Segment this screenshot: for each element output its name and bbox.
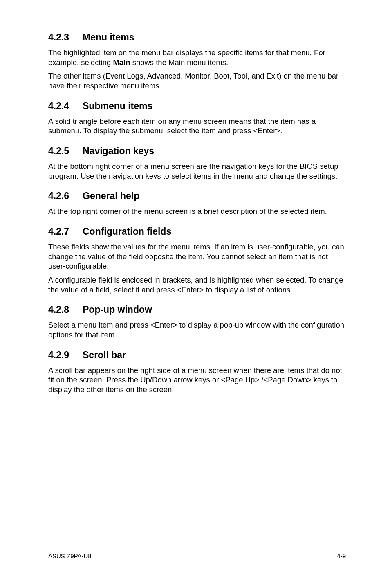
section-title: Navigation keys <box>83 146 154 156</box>
page-content: 4.2.3Menu items The highlighted item on … <box>0 0 390 395</box>
section-number: 4.2.6 <box>48 191 83 202</box>
paragraph: The highlighted item on the menu bar dis… <box>48 48 346 67</box>
section-title: Submenu items <box>83 101 152 111</box>
section-title: Pop-up window <box>83 304 152 315</box>
heading-scroll-bar: 4.2.9Scroll bar <box>48 350 346 361</box>
section-number: 4.2.9 <box>48 350 83 361</box>
heading-navigation-keys: 4.2.5Navigation keys <box>48 146 346 157</box>
paragraph: A scroll bar appears on the right side o… <box>48 366 346 395</box>
section-number: 4.2.3 <box>48 32 83 43</box>
section-title: Configuration fields <box>83 226 171 237</box>
bold-text: Main <box>113 58 130 67</box>
heading-general-help: 4.2.6General help <box>48 191 346 202</box>
page-footer: ASUS Z9PA-U8 4-9 <box>0 549 390 559</box>
section-title: General help <box>83 191 139 201</box>
footer-row: ASUS Z9PA-U8 4-9 <box>48 552 346 559</box>
heading-popup-window: 4.2.8Pop-up window <box>48 304 346 315</box>
paragraph: The other items (Event Logs, Advanced, M… <box>48 71 346 90</box>
paragraph: At the bottom right corner of a menu scr… <box>48 162 346 181</box>
footer-divider <box>48 549 346 549</box>
heading-menu-items: 4.2.3Menu items <box>48 32 346 43</box>
text: shows the Main menu items. <box>130 58 229 67</box>
section-number: 4.2.7 <box>48 226 83 237</box>
section-title: Menu items <box>83 32 134 43</box>
paragraph: At the top right corner of the menu scre… <box>48 206 346 216</box>
paragraph: A configurable field is enclosed in brac… <box>48 275 346 294</box>
footer-page-number: 4-9 <box>337 552 346 559</box>
paragraph: These fields show the values for the men… <box>48 242 346 271</box>
heading-submenu-items: 4.2.4Submenu items <box>48 101 346 112</box>
section-title: Scroll bar <box>83 350 126 360</box>
paragraph: A solid triangle before each item on any… <box>48 117 346 136</box>
section-number: 4.2.8 <box>48 304 83 315</box>
paragraph: Select a menu item and press <Enter> to … <box>48 320 346 339</box>
heading-configuration-fields: 4.2.7Configuration fields <box>48 226 346 237</box>
footer-left: ASUS Z9PA-U8 <box>48 552 92 559</box>
section-number: 4.2.4 <box>48 101 83 112</box>
section-number: 4.2.5 <box>48 146 83 157</box>
